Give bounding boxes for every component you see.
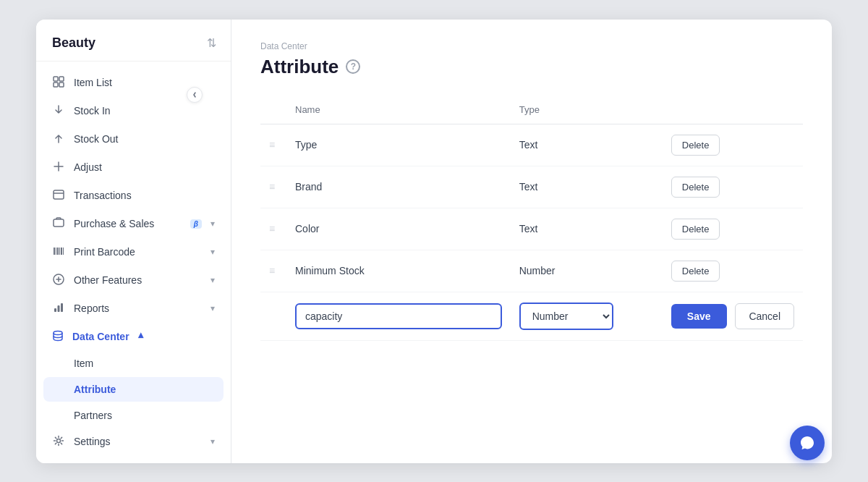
drag-cell: ≡ (260, 208, 286, 250)
drag-handle-icon[interactable]: ≡ (269, 181, 275, 193)
chevron-down-icon: ▾ (210, 303, 215, 313)
drag-cell: ≡ (260, 250, 286, 292)
sidebar-subitem-item[interactable]: Item (36, 351, 231, 376)
delete-button[interactable]: Delete (671, 135, 720, 156)
svg-rect-9 (59, 248, 60, 255)
table-row: ≡ Brand Text Delete (260, 166, 803, 208)
help-icon[interactable]: ? (346, 59, 360, 74)
action-cell: Delete (663, 250, 803, 292)
delete-button[interactable]: Delete (671, 177, 720, 198)
beta-badge: β (190, 219, 202, 229)
sort-icon[interactable]: ⇅ (207, 36, 216, 50)
new-attribute-row: Text Number Save Cancel (260, 292, 803, 341)
attribute-type-select[interactable]: Text Number (519, 303, 613, 330)
new-action-cell: Save Cancel (663, 292, 803, 341)
sidebar-item-label: Other Features (74, 274, 202, 286)
delete-button[interactable]: Delete (671, 261, 720, 282)
sidebar-item-label: Transactions (74, 190, 215, 201)
new-name-cell (286, 292, 511, 341)
subitem-label: Partners (74, 410, 112, 421)
sidebar-item-stock-out[interactable]: Stock Out (36, 125, 231, 153)
sidebar-subitem-partners[interactable]: Partners (36, 403, 231, 428)
svg-rect-14 (58, 305, 60, 312)
sidebar-item-transactions[interactable]: Transactions (36, 182, 231, 210)
svg-rect-8 (57, 248, 59, 255)
breadcrumb: Data Center (260, 41, 803, 51)
barcode-icon (52, 245, 65, 259)
chat-button[interactable] (790, 426, 825, 460)
sidebar-item-label: Stock In (74, 105, 215, 117)
sidebar-item-label: Print Barcode (74, 246, 202, 258)
chart-icon (52, 302, 65, 316)
attribute-name-input[interactable] (295, 303, 502, 329)
col-name: Name (286, 98, 511, 124)
subitem-label: Attribute (74, 384, 116, 395)
cancel-button[interactable]: Cancel (735, 303, 794, 329)
save-button[interactable]: Save (671, 304, 727, 329)
drag-handle-icon[interactable]: ≡ (269, 265, 275, 276)
drag-cell: ≡ (260, 124, 286, 166)
svg-rect-13 (54, 308, 56, 312)
sidebar-item-purchase-sales[interactable]: Purchase & Sales β ▾ (36, 210, 231, 238)
subitem-label: Item (74, 358, 93, 369)
col-action (663, 98, 803, 124)
sidebar-item-other-features[interactable]: Other Features ▾ (36, 266, 231, 295)
chevron-down-icon: ▾ (210, 219, 215, 229)
sidebar-item-label: Adjust (74, 161, 215, 173)
sidebar-item-label: Data Center (72, 331, 129, 342)
sidebar-item-label: Stock Out (74, 133, 215, 145)
name-cell: Type (286, 124, 511, 166)
svg-point-16 (54, 331, 62, 334)
svg-rect-10 (61, 248, 62, 255)
type-cell: Text (511, 124, 663, 166)
type-cell: Text (511, 166, 663, 208)
chevron-down-icon: ▾ (210, 247, 215, 257)
arrow-up-icon (52, 132, 65, 146)
sidebar-item-data-center[interactable]: Data Center ▾ (36, 323, 231, 351)
sidebar-item-label: Settings (74, 436, 202, 447)
sidebar-item-print-barcode[interactable]: Print Barcode ▾ (36, 238, 231, 266)
col-type: Type (511, 98, 663, 124)
name-cell: Brand (286, 166, 511, 208)
sidebar-header: Beauty ⇅ (36, 20, 231, 62)
action-cell: Delete (663, 166, 803, 208)
page-title: Attribute (260, 56, 339, 78)
svg-rect-3 (59, 83, 64, 87)
purchase-icon (52, 217, 65, 231)
sidebar-item-stock-in[interactable]: Stock In (36, 97, 231, 125)
action-cell: Delete (663, 208, 803, 250)
transactions-icon (52, 189, 65, 203)
table-row: ≡ Type Text Delete (260, 124, 803, 166)
svg-rect-11 (63, 248, 64, 255)
sidebar-collapse-button[interactable] (187, 87, 203, 103)
new-drag-cell (260, 292, 286, 341)
sidebar-subitem-attribute[interactable]: Attribute (43, 377, 224, 402)
sidebar-item-adjust[interactable]: Adjust (36, 153, 231, 182)
data-center-subnav: Item Attribute Partners (36, 351, 231, 428)
svg-rect-5 (54, 219, 64, 227)
drag-handle-icon[interactable]: ≡ (269, 223, 275, 234)
svg-rect-4 (54, 190, 64, 199)
main-content: Data Center Attribute ? Name Type ≡ (231, 20, 832, 463)
sidebar: Beauty ⇅ Item List Stock In (36, 20, 231, 463)
delete-button[interactable]: Delete (671, 219, 720, 240)
svg-rect-1 (59, 77, 64, 81)
svg-rect-15 (61, 303, 63, 312)
sidebar-item-reports[interactable]: Reports ▾ (36, 295, 231, 323)
new-type-cell: Text Number (511, 292, 663, 341)
svg-rect-6 (54, 248, 55, 255)
table-row: ≡ Minimum Stock Number Delete (260, 250, 803, 292)
drag-handle-icon[interactable]: ≡ (269, 139, 275, 151)
chevron-up-icon: ▾ (138, 331, 143, 342)
sidebar-item-settings[interactable]: Settings ▾ (36, 428, 231, 456)
chevron-down-icon: ▾ (210, 275, 215, 285)
adjust-icon (52, 161, 65, 174)
name-cell: Color (286, 208, 511, 250)
col-drag (260, 98, 286, 124)
sidebar-title: Beauty (52, 35, 95, 51)
type-cell: Text (511, 208, 663, 250)
page-title-row: Attribute ? (260, 56, 803, 78)
plus-circle-icon (52, 274, 65, 287)
sidebar-item-label: Purchase & Sales (74, 218, 180, 229)
name-cell: Minimum Stock (286, 250, 511, 292)
